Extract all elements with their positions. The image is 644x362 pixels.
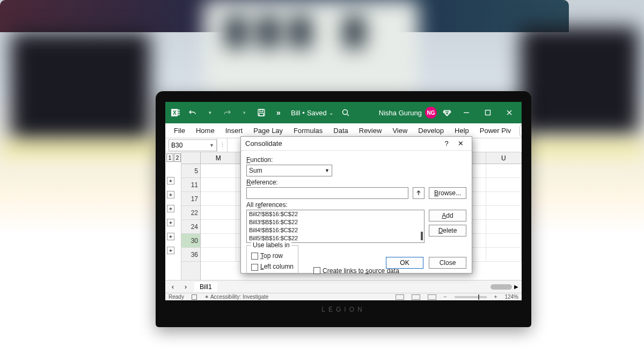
sheet-nav-next-icon[interactable]: › — [181, 283, 190, 291]
dialog-help-icon[interactable]: ? — [440, 139, 453, 147]
fx-divider: ⋮ — [217, 138, 228, 152]
tab-view[interactable]: View — [388, 124, 412, 137]
expand-row-group[interactable]: + — [167, 247, 174, 254]
all-references-list[interactable]: Bill2!$B$16:$C$22 Bill3!$B$16:$C$22 Bill… — [246, 210, 425, 243]
chevron-down-icon: ▼ — [325, 168, 330, 173]
name-box-value: B30 — [171, 142, 182, 149]
dialog-close-icon[interactable]: ✕ — [453, 139, 467, 147]
outline-level-1[interactable]: 1 — [166, 153, 173, 162]
search-icon[interactable] — [339, 106, 353, 120]
zoom-in-icon[interactable]: + — [494, 294, 497, 300]
chevron-down-icon: ▼ — [209, 143, 214, 148]
avatar: NG — [425, 107, 437, 119]
doc-save-state: Saved — [307, 109, 327, 117]
accessibility-status[interactable]: ✶Accessibility: Investigate — [204, 294, 268, 300]
view-layout-icon[interactable] — [412, 294, 420, 300]
ok-button[interactable]: OK — [386, 257, 423, 269]
excel-app-icon[interactable]: X — [169, 106, 182, 120]
consolidate-dialog: Consolidate ? ✕ Function: Sum ▼ Referenc… — [240, 136, 472, 274]
account-button[interactable]: Nisha Gurung NG — [379, 107, 437, 119]
delete-button[interactable]: Delete — [429, 225, 466, 237]
col-header[interactable]: U — [486, 152, 522, 164]
chevron-down-icon: ⌄ — [329, 110, 333, 116]
comments-button[interactable] — [519, 125, 522, 137]
svg-rect-6 — [260, 109, 263, 112]
collapse-dialog-icon[interactable] — [413, 187, 425, 199]
svg-text:X: X — [173, 110, 177, 116]
row-header[interactable]: 22 — [181, 206, 200, 220]
svg-rect-7 — [259, 113, 264, 116]
save-icon[interactable] — [254, 106, 268, 120]
reference-input[interactable] — [246, 187, 408, 199]
tab-insert[interactable]: Insert — [221, 124, 247, 137]
tab-page-layout[interactable]: Page Lay — [249, 124, 287, 137]
view-normal-icon[interactable] — [396, 294, 404, 300]
tab-home[interactable]: Home — [192, 124, 219, 137]
tab-power-pivot[interactable]: Power Piv — [475, 124, 516, 137]
expand-row-group[interactable]: + — [167, 191, 174, 198]
row-header[interactable]: 24 — [181, 220, 200, 234]
svg-rect-9 — [486, 110, 491, 115]
redo-icon[interactable] — [220, 106, 234, 120]
tab-file[interactable]: File — [170, 124, 189, 137]
laptop-frame: X ▾ ▾ » Bill • Saved ⌄ — [156, 91, 531, 327]
zoom-out-icon[interactable]: − — [444, 294, 447, 300]
close-window-icon[interactable] — [500, 105, 518, 120]
expand-row-group[interactable]: + — [167, 219, 174, 226]
sheet-nav-prev-icon[interactable]: ‹ — [169, 283, 177, 291]
use-labels-group-label: Use labels in — [251, 241, 291, 249]
view-break-icon[interactable] — [428, 294, 436, 300]
screen: X ▾ ▾ » Bill • Saved ⌄ — [165, 102, 522, 300]
function-label: Function: — [246, 156, 466, 164]
svg-point-8 — [342, 110, 347, 115]
hscroll-right-icon[interactable]: ▶ — [514, 284, 518, 290]
expand-row-group[interactable]: + — [167, 177, 174, 184]
function-value: Sum — [249, 167, 262, 174]
expand-row-group[interactable]: + — [167, 233, 174, 240]
row-header[interactable]: 11 — [181, 178, 200, 192]
left-column-checkbox[interactable]: Left column — [251, 263, 294, 270]
qat-overflow-icon[interactable]: » — [272, 106, 286, 120]
col-header[interactable]: M — [201, 152, 236, 164]
row-headers: 5 11 17 22 24 30 36 — [181, 152, 201, 285]
status-mode: Ready — [169, 294, 184, 300]
tab-review[interactable]: Review — [355, 124, 386, 137]
minimize-icon[interactable] — [457, 105, 475, 120]
tab-developer[interactable]: Develop — [414, 124, 448, 137]
close-button[interactable]: Close — [429, 257, 466, 269]
function-select[interactable]: Sum ▼ — [246, 165, 332, 176]
add-button[interactable]: Add — [429, 210, 466, 221]
row-header[interactable]: 36 — [181, 248, 200, 262]
tab-help[interactable]: Help — [450, 124, 473, 137]
maximize-icon[interactable] — [479, 105, 497, 120]
tab-formulas[interactable]: Formulas — [289, 124, 327, 137]
svg-rect-4 — [178, 114, 180, 115]
undo-dropdown-icon[interactable]: ▾ — [203, 106, 217, 120]
svg-rect-3 — [178, 112, 180, 113]
list-item[interactable]: Bill4!$B$16:$C$22 — [247, 226, 424, 234]
sheet-tab[interactable]: Bill1 — [194, 282, 217, 292]
titlebar: X ▾ ▾ » Bill • Saved ⌄ — [165, 102, 522, 123]
redo-dropdown-icon[interactable]: ▾ — [237, 106, 251, 120]
all-references-label: All references: — [246, 201, 466, 209]
row-header[interactable]: 17 — [181, 192, 200, 206]
user-name: Nisha Gurung — [379, 109, 422, 117]
macro-record-icon[interactable] — [192, 294, 197, 300]
expand-row-group[interactable]: + — [167, 205, 174, 212]
list-item[interactable]: Bill2!$B$16:$C$22 — [247, 210, 424, 218]
zoom-slider[interactable] — [455, 296, 487, 298]
name-box[interactable]: B30 ▼ — [169, 139, 217, 151]
row-header-selected[interactable]: 30 — [181, 234, 200, 248]
top-row-checkbox[interactable]: Top row — [251, 252, 294, 260]
list-item[interactable]: Bill3!$B$16:$C$22 — [247, 218, 424, 226]
zoom-level[interactable]: 124% — [504, 294, 518, 300]
hscroll-thumb[interactable] — [491, 284, 512, 290]
document-title[interactable]: Bill • Saved ⌄ — [291, 109, 333, 117]
diamond-icon[interactable] — [440, 106, 454, 120]
undo-icon[interactable] — [186, 106, 200, 120]
browse-button[interactable]: Browse... — [429, 187, 466, 199]
list-scrollbar[interactable] — [421, 232, 423, 240]
outline-level-2[interactable]: 2 — [174, 153, 181, 162]
tab-data[interactable]: Data — [329, 124, 352, 137]
row-header[interactable]: 5 — [181, 164, 200, 178]
